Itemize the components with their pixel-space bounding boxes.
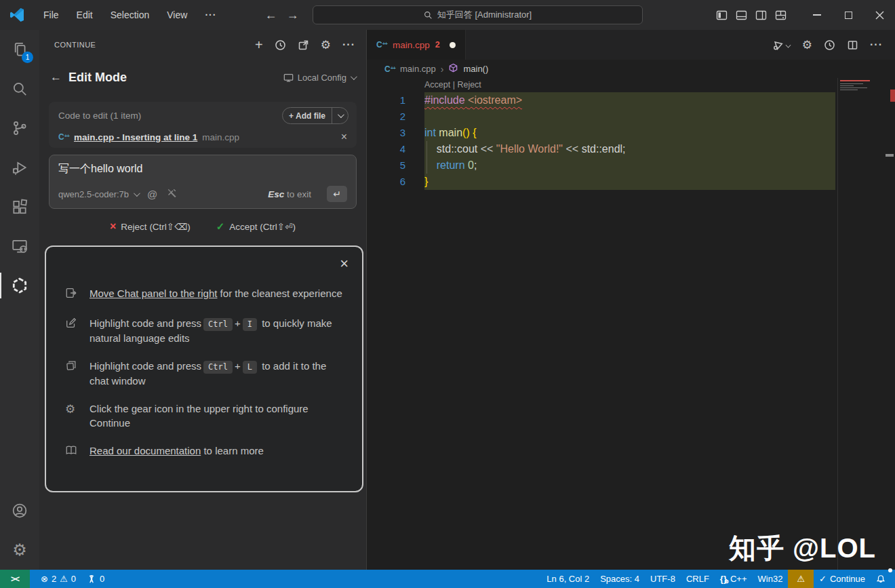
settings-gear-icon[interactable]: ⚙ <box>0 530 39 570</box>
back-icon[interactable]: ← <box>50 71 62 84</box>
minimap[interactable] <box>837 78 895 570</box>
menu-view[interactable]: View <box>158 5 196 25</box>
menu-file[interactable]: File <box>35 5 68 25</box>
run-debug-icon[interactable] <box>0 148 39 187</box>
tab-modified-dot[interactable] <box>450 42 456 48</box>
open-in-editor-icon[interactable] <box>298 39 309 51</box>
add-file-button[interactable]: + Add file <box>282 107 349 124</box>
editor-settings-icon[interactable]: ⚙ <box>802 39 812 51</box>
menu-selection[interactable]: Selection <box>102 5 159 25</box>
problems-status[interactable]: ⊗ 2 ⚠ 0 <box>35 570 81 588</box>
braces-icon: {}⊗ <box>720 574 727 584</box>
search-text: 知乎回答 [Administrator] <box>437 9 532 21</box>
toggle-secondary-sidebar-icon[interactable] <box>755 9 767 21</box>
indentation[interactable]: Spaces: 4 <box>595 570 645 588</box>
continue-warning-badge[interactable]: ⚠ <box>788 570 814 588</box>
explorer-icon[interactable]: 1 <box>0 30 39 69</box>
kbd-ctrl: Ctrl <box>203 318 233 331</box>
accounts-icon[interactable] <box>0 491 39 530</box>
configure-icon[interactable]: ⚙ <box>321 39 331 51</box>
toggle-panel-icon[interactable] <box>736 9 747 21</box>
history-forward-button[interactable]: → <box>286 8 298 22</box>
bell-icon <box>876 574 886 584</box>
line-numbers: 123456 <box>367 92 405 190</box>
accept-label: Accept (Ctrl⇧⏎) <box>229 221 296 232</box>
run-or-debug-button[interactable] <box>772 39 791 51</box>
editor-group: C++ main.cpp 2 ⚙ ··· C++ main.cpp › ma <box>366 30 895 570</box>
split-editor-icon[interactable] <box>847 39 858 51</box>
add-context-icon[interactable]: @ <box>147 189 157 200</box>
errors-icon: ⊗ <box>41 574 48 584</box>
move-panel-link[interactable]: Move Chat panel to the right <box>90 288 217 299</box>
docs-link[interactable]: Read our documentation <box>90 445 201 456</box>
eol-sequence[interactable]: CRLF <box>681 570 715 588</box>
tab-bar: C++ main.cpp 2 ⚙ ··· <box>367 30 895 60</box>
code-area[interactable]: Accept | Reject 123456 #include <iostrea… <box>367 78 895 570</box>
editor-more-icon[interactable]: ··· <box>870 39 883 51</box>
edit-input-value[interactable]: 写一个hello world <box>58 162 347 176</box>
platform[interactable]: Win32 <box>753 570 789 588</box>
chevron-down-icon <box>134 190 140 197</box>
encoding[interactable]: UTF-8 <box>645 570 681 588</box>
close-tips-icon[interactable]: × <box>340 256 349 271</box>
language-mode[interactable]: {}⊗ C++ <box>715 570 753 588</box>
menu-edit[interactable]: Edit <box>68 5 102 25</box>
config-selector[interactable]: Local Config <box>283 73 355 83</box>
breadcrumb-file[interactable]: main.cpp <box>400 64 436 74</box>
remote-indicator[interactable]: >< <box>0 570 30 588</box>
history-icon[interactable] <box>275 39 286 51</box>
ports-count: 0 <box>100 574 104 584</box>
reject-button[interactable]: × Reject (Ctrl⇧⌫) <box>110 220 191 233</box>
ports-status[interactable]: 0 <box>81 570 110 588</box>
file-range-link[interactable]: main.cpp - Inserting at line 1 <box>74 132 197 142</box>
kbd-l: L <box>243 361 257 374</box>
edit-input-box[interactable]: 写一个hello world qwen2.5-coder:7b @ Esc to… <box>49 155 357 209</box>
search-view-icon[interactable] <box>0 69 39 109</box>
radio-tower-icon <box>87 574 96 584</box>
tools-disabled-icon[interactable] <box>166 187 178 201</box>
extensions-icon[interactable] <box>0 187 39 227</box>
continue-status[interactable]: ✓ Continue <box>814 570 871 588</box>
reject-label: Reject (Ctrl⇧⌫) <box>121 221 190 232</box>
accept-button[interactable]: ✓ Accept (Ctrl⇧⏎) <box>216 220 296 233</box>
menu-more[interactable]: ··· <box>196 5 225 25</box>
maximize-button[interactable] <box>833 0 864 30</box>
minimize-button[interactable] <box>801 0 833 30</box>
panel-more-icon[interactable]: ··· <box>342 39 355 51</box>
onboarding-tips-popup: × Move Chat panel to the right for the c… <box>45 246 363 492</box>
remove-file-icon[interactable]: × <box>341 131 347 143</box>
tab-main-cpp[interactable]: C++ main.cpp 2 <box>367 30 466 60</box>
language-label: C++ <box>730 574 747 584</box>
continue-label: Continue <box>830 574 865 584</box>
tip-docs: Read our documentation to learn more <box>65 444 347 460</box>
model-selector[interactable]: qwen2.5-coder:7b <box>58 189 138 199</box>
cursor-position[interactable]: Ln 6, Col 2 <box>541 570 595 588</box>
customize-layout-icon[interactable] <box>775 9 787 21</box>
submit-enter-button[interactable]: ↵ <box>327 186 347 202</box>
history-back-button[interactable]: ← <box>264 8 277 22</box>
toggle-primary-sidebar-icon[interactable] <box>716 9 728 21</box>
panel-title: CONTINUE <box>54 41 96 49</box>
timeline-icon[interactable] <box>824 39 835 51</box>
code-lines[interactable]: #include <iostream>int main() { std::cou… <box>424 92 626 190</box>
tab-label: main.cpp <box>393 40 430 50</box>
notifications-bell[interactable] <box>871 570 891 588</box>
add-file-dropdown[interactable] <box>332 113 348 118</box>
warning-icon: ⚠ <box>797 574 805 584</box>
close-button[interactable] <box>864 0 895 30</box>
kbd-ctrl: Ctrl <box>203 361 233 374</box>
continue-extension-icon[interactable] <box>0 266 39 305</box>
kbd-i: I <box>243 318 257 331</box>
edit-target-file-row[interactable]: C++ main.cpp - Inserting at line 1 main.… <box>49 124 357 143</box>
edit-mode-header: ← Edit Mode Local Config <box>39 65 366 90</box>
vscode-window: File Edit Selection View ··· ← → 知乎回答 [A… <box>0 0 895 588</box>
tip-configure: ⚙ Click the gear icon in the upper right… <box>65 401 347 430</box>
book-icon <box>65 444 79 460</box>
breadcrumb-symbol[interactable]: main() <box>463 64 488 74</box>
source-control-icon[interactable] <box>0 109 39 148</box>
command-center-search[interactable]: 知乎回答 [Administrator] <box>313 5 643 24</box>
remote-explorer-icon[interactable] <box>0 227 39 266</box>
codelens-accept-reject[interactable]: Accept | Reject <box>424 80 481 90</box>
explorer-badge: 1 <box>22 52 33 63</box>
new-session-icon[interactable]: + <box>255 37 263 53</box>
